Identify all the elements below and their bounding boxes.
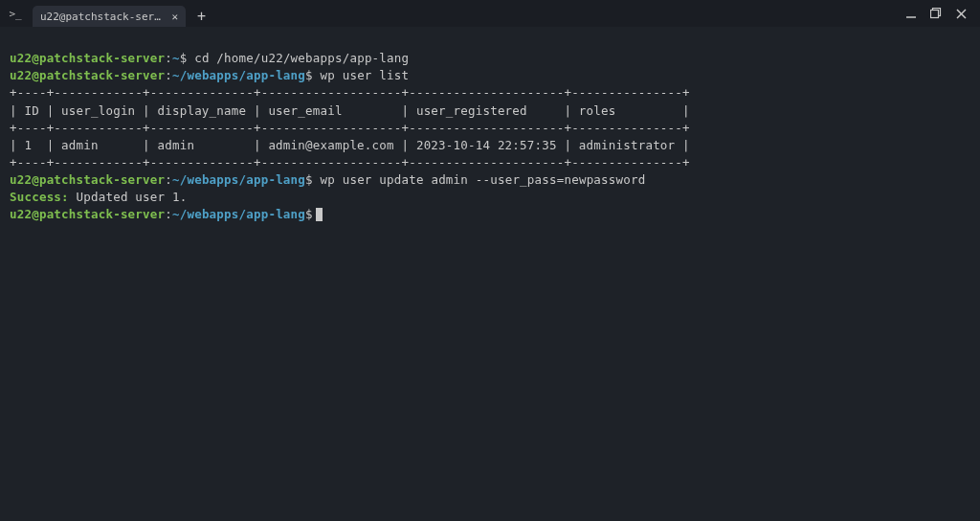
- terminal-icon: >_: [6, 4, 25, 23]
- prompt-user-host: u22@patchstack-server: [10, 172, 165, 187]
- close-button[interactable]: [953, 6, 969, 21]
- svg-rect-2: [931, 11, 939, 18]
- prompt-colon: :: [165, 172, 172, 187]
- success-label: Success:: [10, 190, 69, 204]
- prompt-dollar: $: [180, 51, 188, 65]
- prompt-user-host: u22@patchstack-server: [10, 51, 165, 65]
- prompt-colon: :: [165, 51, 172, 65]
- command-cd: cd /home/u22/webapps/app-lang: [194, 51, 409, 65]
- maximize-button[interactable]: [928, 6, 944, 21]
- table-header: | ID | user_login | display_name | user_…: [10, 103, 690, 118]
- tab-title: u22@patchstack-server: ~/webapps: [40, 11, 164, 23]
- window-controls: [903, 6, 974, 21]
- prompt-dollar: $: [305, 68, 313, 82]
- titlebar-left: >_ u22@patchstack-server: ~/webapps ✕ +: [6, 0, 903, 27]
- prompt-user-host: u22@patchstack-server: [10, 68, 165, 82]
- prompt-path: ~/webapps/app-lang: [172, 207, 305, 221]
- minimize-button[interactable]: [903, 6, 919, 21]
- titlebar: >_ u22@patchstack-server: ~/webapps ✕ +: [0, 0, 980, 27]
- prompt-path: ~/webapps/app-lang: [172, 172, 305, 187]
- prompt-path: ~: [172, 51, 180, 65]
- table-rule: +----+------------+--------------+------…: [10, 155, 690, 170]
- cursor: [316, 208, 323, 221]
- command-wp-user-list: wp user list: [321, 68, 410, 82]
- new-tab-button[interactable]: +: [189, 6, 213, 27]
- prompt-colon: :: [165, 68, 172, 82]
- prompt-dollar: $: [305, 172, 313, 187]
- prompt-path: ~/webapps/app-lang: [172, 68, 305, 82]
- table-rule: +----+------------+--------------+------…: [10, 85, 690, 100]
- prompt-dollar: $: [305, 207, 313, 221]
- tab-active[interactable]: u22@patchstack-server: ~/webapps ✕: [33, 6, 186, 27]
- prompt-colon: :: [165, 207, 172, 221]
- tab-close-icon[interactable]: ✕: [171, 11, 178, 22]
- table-rule: +----+------------+--------------+------…: [10, 121, 690, 135]
- terminal-area[interactable]: u22@patchstack-server:~$ cd /home/u22/we…: [0, 27, 980, 229]
- command-wp-user-update: wp user update admin --user_pass=newpass…: [321, 172, 646, 187]
- success-message: Updated user 1.: [69, 190, 188, 204]
- table-row: | 1 | admin | admin | admin@example.com …: [10, 138, 690, 152]
- prompt-user-host: u22@patchstack-server: [10, 207, 165, 221]
